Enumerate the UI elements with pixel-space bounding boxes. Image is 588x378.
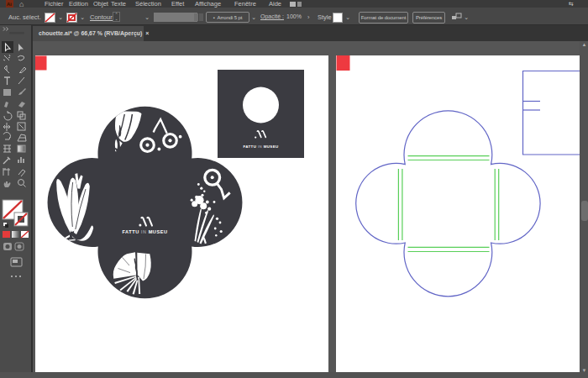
svg-text:FATTU IN MUSEU: FATTU IN MUSEU — [122, 229, 167, 234]
svg-text:FATTU IN MUSEU: FATTU IN MUSEU — [243, 144, 278, 149]
